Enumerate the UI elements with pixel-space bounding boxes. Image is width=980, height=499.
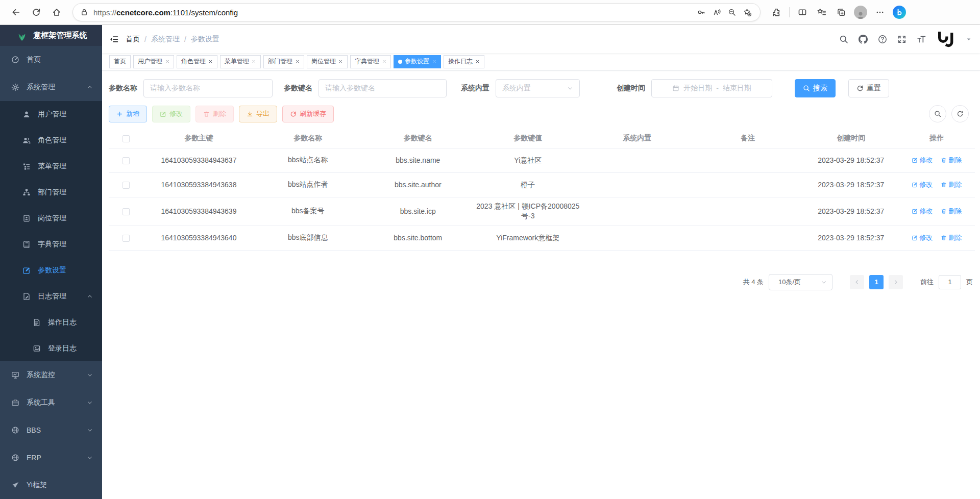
close-icon[interactable]	[338, 59, 343, 64]
tab-users[interactable]: 用户管理	[133, 55, 174, 68]
key-filter-input[interactable]: 请输入参数键名	[318, 79, 447, 97]
row-checkbox[interactable]	[122, 157, 130, 164]
row-delete-link[interactable]: 删除	[941, 207, 962, 216]
close-icon[interactable]	[382, 59, 386, 64]
tab-operation-log[interactable]: 操作日志	[444, 55, 484, 68]
row-checkbox[interactable]	[122, 182, 130, 189]
end-date-placeholder[interactable]: 结束日期	[723, 84, 751, 93]
name-filter-input[interactable]: 请输入参数名称	[143, 79, 273, 97]
table-row[interactable]: 1641030593384943639 bbs备案号 bbs.site.icp …	[109, 197, 975, 226]
page-size-select[interactable]: 10条/页	[769, 274, 832, 290]
favorite-add-icon[interactable]	[740, 5, 755, 20]
sidebar-item-yiframework[interactable]: Yi框架	[0, 471, 102, 499]
sidebar-item-bbs[interactable]: BBS	[0, 416, 102, 444]
sidebar-fold-icon[interactable]	[109, 35, 118, 44]
prev-page-button[interactable]	[850, 275, 864, 289]
next-page-button[interactable]	[889, 275, 903, 289]
sidebar-item-operation-log[interactable]: 操作日志	[0, 309, 102, 335]
tab-roles[interactable]: 角色管理	[177, 55, 217, 68]
sidebar-item-menus[interactable]: 菜单管理	[0, 153, 102, 179]
sidebar-item-departments[interactable]: 部门管理	[0, 179, 102, 205]
browser-more-icon[interactable]	[871, 4, 889, 21]
sidebar-item-dictionary[interactable]: 字典管理	[0, 231, 102, 257]
close-icon[interactable]	[295, 59, 300, 64]
read-aloud-icon[interactable]	[709, 5, 724, 20]
chevron-up-icon	[87, 84, 93, 90]
sidebar-item-monitor[interactable]: 系统监控	[0, 361, 102, 389]
row-checkbox[interactable]	[122, 235, 130, 242]
sidebar-item-logs[interactable]: 日志管理	[0, 283, 102, 309]
table-row[interactable]: 1641030593384943637 bbs站点名称 bbs.site.nam…	[109, 148, 975, 172]
show-search-button[interactable]	[929, 105, 946, 122]
close-icon[interactable]	[208, 59, 213, 64]
zoom-out-icon[interactable]	[724, 5, 740, 20]
tab-posts[interactable]: 岗位管理	[307, 55, 348, 68]
extensions-icon[interactable]	[768, 4, 785, 21]
download-icon	[247, 111, 253, 117]
close-icon[interactable]	[252, 59, 256, 64]
sidebar-item-home[interactable]: 首页	[0, 46, 102, 73]
favorites-bar-icon[interactable]	[813, 4, 830, 21]
profile-avatar[interactable]	[852, 4, 869, 21]
date-range-picker[interactable]: 开始日期 - 结束日期	[651, 79, 772, 97]
refresh-table-button[interactable]	[951, 105, 969, 122]
table-row[interactable]: 1641030593384943638 bbs站点作者 bbs.site.aut…	[109, 172, 975, 197]
row-edit-link[interactable]: 修改	[912, 233, 933, 242]
close-icon[interactable]	[475, 59, 480, 64]
github-icon[interactable]	[859, 35, 868, 44]
url-text[interactable]: https://ccnetcore.com:1101/system/config	[93, 8, 694, 17]
close-icon[interactable]	[165, 59, 169, 64]
start-date-placeholder[interactable]: 开始日期	[683, 84, 712, 93]
sidebar-item-config[interactable]: 参数设置	[0, 257, 102, 283]
delete-button[interactable]: 删除	[195, 106, 234, 122]
password-key-icon[interactable]	[694, 5, 709, 20]
sidebar-item-login-log[interactable]: 登录日志	[0, 335, 102, 361]
add-button[interactable]: 新增	[109, 106, 147, 122]
split-screen-icon[interactable]	[794, 4, 811, 21]
tab-departments[interactable]: 部门管理	[263, 55, 304, 68]
time-filter-label: 创建时间	[617, 84, 645, 93]
browser-refresh-button[interactable]	[28, 4, 45, 21]
reset-button[interactable]: 重置	[848, 79, 889, 97]
tab-menus[interactable]: 菜单管理	[220, 55, 261, 68]
row-edit-link[interactable]: 修改	[912, 180, 933, 189]
row-delete-link[interactable]: 删除	[941, 156, 962, 165]
breadcrumb-home[interactable]: 首页	[126, 35, 140, 44]
current-page-button[interactable]: 1	[869, 275, 884, 289]
goto-page-input[interactable]	[939, 275, 961, 289]
user-avatar-logo[interactable]	[936, 30, 955, 49]
builtin-filter-select[interactable]: 系统内置	[496, 79, 580, 97]
row-checkbox[interactable]	[122, 208, 130, 215]
row-edit-link[interactable]: 修改	[912, 207, 933, 216]
breadcrumb-system[interactable]: 系统管理	[151, 35, 180, 44]
refresh-cache-button[interactable]: 刷新缓存	[282, 106, 334, 122]
table-row[interactable]: 1641030593384943640 bbs底部信息 bbs.site.bot…	[109, 226, 975, 250]
browser-back-button[interactable]	[7, 4, 24, 21]
search-button[interactable]: 搜索	[795, 79, 836, 97]
edit-button[interactable]: 修改	[152, 106, 190, 122]
tab-config[interactable]: 参数设置	[394, 55, 441, 68]
help-icon[interactable]	[878, 35, 887, 44]
fullscreen-icon[interactable]	[897, 35, 906, 44]
sidebar-item-tools[interactable]: 系统工具	[0, 389, 102, 416]
sidebar-item-erp[interactable]: ERP	[0, 444, 102, 471]
row-delete-link[interactable]: 删除	[941, 180, 962, 189]
close-icon[interactable]	[432, 59, 436, 64]
row-edit-link[interactable]: 修改	[912, 156, 933, 165]
sidebar-item-system[interactable]: 系统管理	[0, 73, 102, 101]
sidebar-item-posts[interactable]: 岗位管理	[0, 205, 102, 231]
address-bar[interactable]: https://ccnetcore.com:1101/system/config	[72, 3, 761, 21]
collections-icon[interactable]	[832, 4, 850, 21]
tab-dictionary[interactable]: 字典管理	[350, 55, 391, 68]
sidebar-item-users[interactable]: 用户管理	[0, 101, 102, 127]
export-button[interactable]: 导出	[239, 106, 277, 122]
tab-home[interactable]: 首页	[109, 55, 131, 68]
font-size-icon[interactable]	[917, 35, 926, 44]
browser-home-button[interactable]	[48, 4, 65, 21]
sidebar-item-roles[interactable]: 角色管理	[0, 127, 102, 153]
header-search-icon[interactable]	[839, 35, 848, 44]
caret-down-icon[interactable]	[966, 36, 972, 42]
select-all-checkbox[interactable]	[122, 135, 130, 142]
copilot-icon[interactable]	[891, 4, 908, 21]
row-delete-link[interactable]: 删除	[941, 233, 962, 242]
